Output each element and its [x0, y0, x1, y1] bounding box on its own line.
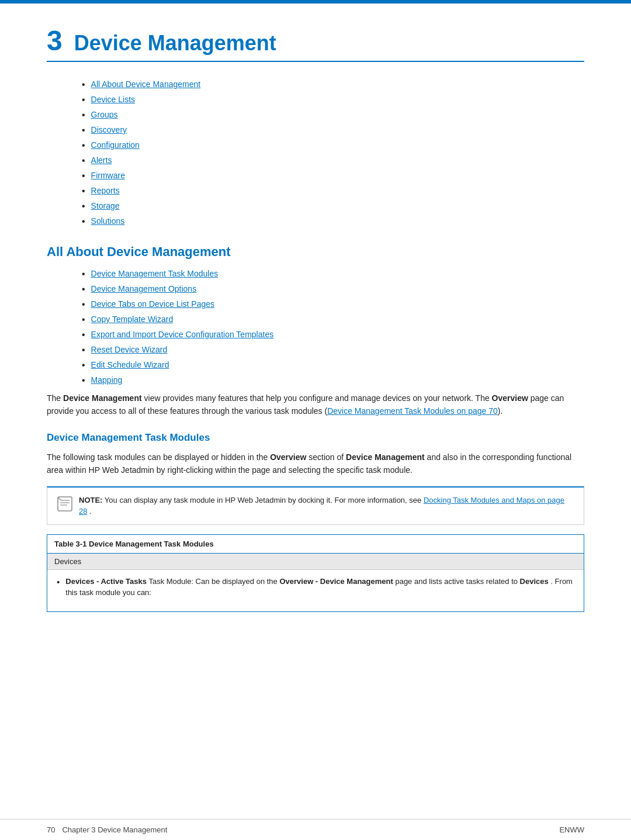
sub-toc-item-1: Device Management Task Modules — [82, 269, 584, 279]
toc-link-10[interactable]: Solutions — [91, 216, 125, 226]
table-header-label: Table 3-1 Device Management Task Modules — [54, 540, 214, 548]
toc-item-9: Storage — [82, 201, 584, 212]
toc-item-3: Groups — [82, 110, 584, 120]
sub-toc-link-7[interactable]: Edit Schedule Wizard — [91, 360, 169, 369]
task-body-text2: section of — [306, 452, 346, 462]
table-header: Table 3-1 Device Management Task Modules — [47, 535, 584, 554]
sub-toc-item-8: Mapping — [82, 375, 584, 386]
task-bold2: Device Management — [346, 452, 425, 462]
table-body-list: Devices - Active Tasks Task Module: Can … — [57, 576, 574, 599]
toc-item-2: Device Lists — [82, 95, 584, 105]
sub-toc-item-4: Copy Template Wizard — [82, 314, 584, 325]
sub-toc-link-4[interactable]: Copy Template Wizard — [91, 314, 174, 324]
sub-toc-item-6: Reset Device Wizard — [82, 345, 584, 355]
toc-link-1[interactable]: All About Device Management — [91, 79, 201, 89]
table-row-header: Devices — [47, 554, 584, 570]
sub-toc-item-5: Export and Import Device Configuration T… — [82, 330, 584, 340]
body-text-end: ). — [498, 406, 503, 416]
toc-link-3[interactable]: Groups — [91, 110, 118, 119]
task-bold1: Overview — [270, 452, 306, 462]
note-box: NOTE: You can display any task module in… — [47, 486, 584, 525]
toc-item-8: Reports — [82, 186, 584, 196]
page-wrapper: 3 Device Management All About Device Man… — [0, 0, 631, 840]
table-bold2: Overview - Device Management — [279, 577, 393, 586]
sub-toc-list: Device Management Task Modules Device Ma… — [82, 269, 584, 386]
sub-section-heading-task-modules: Device Management Task Modules — [47, 432, 584, 444]
table-body-text-full: Devices - Active Tasks Task Module: Can … — [65, 576, 574, 599]
sub-toc-link-3[interactable]: Device Tabs on Device List Pages — [91, 299, 214, 309]
footer-page-number: 70 — [47, 825, 55, 834]
table-body-item-1: Devices - Active Tasks Task Module: Can … — [57, 576, 574, 599]
note-content: NOTE: You can display any task module in… — [79, 495, 574, 517]
table-section: Table 3-1 Device Management Task Modules… — [47, 534, 584, 612]
note-svg-icon — [57, 496, 73, 512]
footer-chapter-label: Chapter 3 Device Management — [62, 825, 167, 834]
toc-link-8[interactable]: Reports — [91, 186, 120, 195]
toc-item-7: Firmware — [82, 171, 584, 181]
table-body: Devices - Active Tasks Task Module: Can … — [47, 570, 584, 611]
sub-toc-link-5[interactable]: Export and Import Device Configuration T… — [91, 330, 274, 339]
toc-item-4: Discovery — [82, 125, 584, 136]
toc-link-2[interactable]: Device Lists — [91, 95, 135, 104]
footer-left: 70 Chapter 3 Device Management — [47, 825, 167, 834]
sub-toc-item-3: Device Tabs on Device List Pages — [82, 299, 584, 310]
toc-link-5[interactable]: Configuration — [91, 140, 140, 150]
footer-right-label: ENWW — [559, 825, 584, 834]
sub-toc-item-7: Edit Schedule Wizard — [82, 360, 584, 371]
body-paragraph: The Device Management view provides many… — [47, 392, 584, 418]
sub-toc-link-8[interactable]: Mapping — [91, 375, 123, 385]
sub-toc-item-2: Device Management Options — [82, 284, 584, 295]
chapter-title: Device Management — [74, 33, 276, 54]
sub-toc-link-1[interactable]: Device Management Task Modules — [91, 269, 219, 278]
table-body-text1: Task Module: Can be displayed on the — [148, 577, 279, 586]
toc-item-6: Alerts — [82, 155, 584, 166]
toc-link-4[interactable]: Discovery — [91, 125, 127, 134]
body-bold2: Overview — [492, 393, 528, 403]
body-link[interactable]: Device Management Task Modules on page 7… — [327, 406, 498, 416]
content-area: 3 Device Management All About Device Man… — [0, 4, 631, 819]
toc-item-10: Solutions — [82, 216, 584, 227]
toc-link-9[interactable]: Storage — [91, 201, 120, 210]
toc-item-1: All About Device Management — [82, 79, 584, 90]
chapter-header: 3 Device Management — [47, 27, 584, 62]
table-body-text2: page and lists active tasks related to — [395, 577, 519, 586]
note-text-after: . — [89, 507, 92, 516]
body-bold1: Device Management — [63, 393, 142, 403]
table-bold3: Devices — [520, 577, 549, 586]
chapter-number: 3 — [47, 27, 63, 55]
task-modules-body-text: The following task modules can be displa… — [47, 451, 584, 477]
body-text-after1: view provides many features that help yo… — [142, 393, 492, 403]
toc-item-5: Configuration — [82, 140, 584, 151]
note-text-before: You can display any task module in HP We… — [105, 496, 424, 504]
table-bold1: Devices - Active Tasks — [65, 577, 147, 586]
note-icon — [57, 496, 73, 517]
toc-link-7[interactable]: Firmware — [91, 171, 125, 180]
toc-link-6[interactable]: Alerts — [91, 155, 112, 165]
sub-toc-link-2[interactable]: Device Management Options — [91, 284, 197, 293]
task-body-text1: The following task modules can be displa… — [47, 452, 270, 462]
section-heading-all-about: All About Device Management — [47, 244, 584, 260]
footer: 70 Chapter 3 Device Management ENWW — [0, 819, 631, 840]
body-text-before1: The — [47, 393, 63, 403]
toc-list: All About Device Management Device Lists… — [82, 79, 584, 227]
note-label: NOTE: — [79, 496, 102, 504]
table-devices-label: Devices — [54, 557, 81, 566]
sub-toc-link-6[interactable]: Reset Device Wizard — [91, 345, 168, 354]
